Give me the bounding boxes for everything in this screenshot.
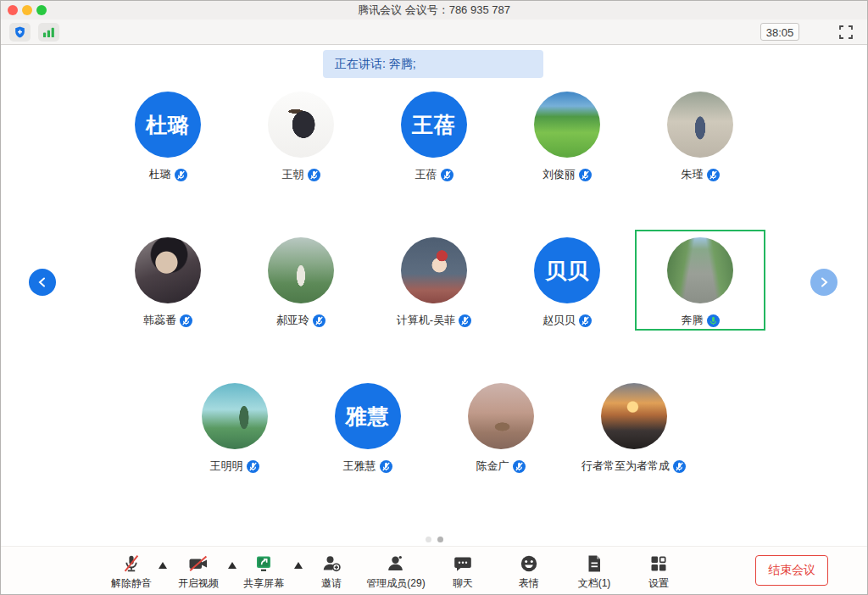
toolbar-members[interactable]: 管理成员(29) xyxy=(364,552,428,591)
mic-muted-icon xyxy=(513,460,526,473)
participant-name: 杜璐 xyxy=(149,167,171,182)
signal-bars-icon xyxy=(42,26,55,38)
participant-name-row: 王明明 xyxy=(210,458,259,475)
participant-row: 韩蕊番郝亚玲计算机-吴菲贝贝赵贝贝奔腾 xyxy=(1,237,867,329)
participant-tile[interactable]: 奔腾 xyxy=(634,237,767,329)
toolbar-chat[interactable]: 聊天 xyxy=(431,552,495,591)
mic-muted-icon xyxy=(308,169,320,181)
share-screen-icon xyxy=(253,552,275,574)
participant-tile[interactable]: 王朝 xyxy=(235,92,368,183)
speaking-banner: 正在讲话: 奔腾; xyxy=(323,50,543,78)
participant-avatar xyxy=(202,383,268,449)
participant-name-row: 刘俊丽 xyxy=(542,166,592,183)
participant-name-row: 韩蕊番 xyxy=(143,312,192,329)
members-icon xyxy=(386,552,406,574)
mic-muted-icon xyxy=(121,552,142,574)
participant-name: 王明明 xyxy=(210,459,243,474)
page-dot[interactable] xyxy=(426,537,431,542)
participant-name-row: 王朝 xyxy=(282,166,320,183)
bottom-toolbar: 解除静音开启视频共享屏幕邀请管理成员(29)聊天表情文档(1)设置 结束会议 xyxy=(1,546,867,594)
mic-muted-icon xyxy=(313,314,326,327)
participant-name-row: 杜璐 xyxy=(149,166,187,183)
mic-muted-icon xyxy=(707,169,720,181)
participant-avatar: 杜璐 xyxy=(135,92,201,158)
participant-avatar: 雅慧 xyxy=(335,383,401,449)
mic-muted-icon xyxy=(380,460,392,473)
participant-tile[interactable]: 王蓓王蓓 xyxy=(368,92,501,183)
participant-name-row: 朱瑾 xyxy=(682,166,720,183)
toolbar-settings[interactable]: 设置 xyxy=(626,552,691,591)
participant-tile[interactable]: 行者常至为者常成 xyxy=(567,383,700,475)
end-meeting-button[interactable]: 结束会议 xyxy=(755,555,828,586)
window-title: 腾讯会议 会议号：786 935 787 xyxy=(1,1,867,19)
participant-name: 郝亚玲 xyxy=(276,313,309,328)
participant-tile[interactable]: 杜璐杜璐 xyxy=(102,92,235,183)
mic-muted-icon xyxy=(673,460,686,473)
participant-name-row: 王蓓 xyxy=(415,166,453,183)
meeting-timer: 38:05 xyxy=(760,23,799,41)
mic-muted-icon xyxy=(579,169,592,181)
participant-avatar xyxy=(401,237,467,303)
participant-name: 奔腾 xyxy=(682,313,704,328)
invite-icon xyxy=(321,552,342,574)
participant-avatar xyxy=(268,92,334,158)
toolbar-label: 设置 xyxy=(648,576,669,591)
toolbar-label: 聊天 xyxy=(453,576,473,591)
participant-name-row: 赵贝贝 xyxy=(542,312,592,329)
document-icon xyxy=(585,552,604,574)
participant-avatar xyxy=(601,383,667,449)
toolbar-invite[interactable]: 邀请 xyxy=(299,552,364,591)
network-signal-button[interactable] xyxy=(38,23,59,42)
participant-name-row: 陈金广 xyxy=(476,458,526,475)
settings-icon xyxy=(648,552,669,574)
chevron-left-icon xyxy=(37,277,47,287)
mic-muted-icon xyxy=(180,314,192,327)
participant-tile[interactable]: 贝贝赵贝贝 xyxy=(501,237,634,329)
participant-name-row: 奔腾 xyxy=(682,312,720,329)
participant-name-row: 王雅慧 xyxy=(343,458,392,475)
chevron-right-icon xyxy=(819,277,829,287)
participant-tile[interactable]: 刘俊丽 xyxy=(501,92,634,183)
participant-name: 赵贝贝 xyxy=(542,313,576,328)
security-shield-button[interactable] xyxy=(9,23,31,42)
participant-tile[interactable]: 计算机-吴菲 xyxy=(368,237,501,329)
camera-off-icon xyxy=(187,552,209,574)
toolbar-emoji[interactable]: 表情 xyxy=(497,552,561,591)
mic-active-icon xyxy=(707,314,720,327)
next-page-button[interactable] xyxy=(810,269,837,296)
participant-tile[interactable]: 王明明 xyxy=(168,383,301,475)
emoji-icon xyxy=(519,552,539,574)
participant-name-row: 郝亚玲 xyxy=(276,312,326,329)
toolbar-label: 文档(1) xyxy=(578,576,611,591)
participant-tile[interactable]: 陈金广 xyxy=(434,383,567,475)
fullscreen-button[interactable] xyxy=(838,25,854,40)
toolbar-document[interactable]: 文档(1) xyxy=(562,552,626,591)
titlebar: 腾讯会议 会议号：786 935 787 xyxy=(1,1,867,20)
participant-name: 朱瑾 xyxy=(682,167,704,182)
toolbar-camera-off[interactable]: 开启视频 xyxy=(166,552,231,591)
mic-muted-icon xyxy=(247,460,259,473)
participant-name-row: 行者常至为者常成 xyxy=(581,458,686,475)
participant-avatar xyxy=(268,237,334,303)
page-dot[interactable] xyxy=(437,537,443,542)
previous-page-button[interactable] xyxy=(29,269,56,296)
toolbar-label: 表情 xyxy=(519,576,539,591)
toolbar-mic-muted[interactable]: 解除静音 xyxy=(99,552,164,591)
participant-row: 杜璐杜璐王朝王蓓王蓓刘俊丽朱瑾 xyxy=(1,92,867,183)
participant-name-row: 计算机-吴菲 xyxy=(397,312,471,329)
participant-name: 王朝 xyxy=(282,167,304,182)
pagination-dots[interactable] xyxy=(1,537,867,542)
participant-avatar: 贝贝 xyxy=(534,237,600,303)
fullscreen-icon xyxy=(838,28,854,42)
participant-tile[interactable]: 郝亚玲 xyxy=(235,237,368,329)
participant-name: 王蓓 xyxy=(415,167,437,182)
participant-tile[interactable]: 朱瑾 xyxy=(634,92,767,183)
toolbar-share-screen[interactable]: 共享屏幕 xyxy=(231,552,296,591)
mic-muted-icon xyxy=(441,169,453,181)
participant-tile[interactable]: 韩蕊番 xyxy=(102,237,235,329)
mic-muted-icon xyxy=(459,314,471,327)
participant-avatar xyxy=(534,92,600,158)
participant-avatar: 王蓓 xyxy=(401,92,467,158)
participant-name: 行者常至为者常成 xyxy=(581,459,670,474)
participant-tile[interactable]: 雅慧王雅慧 xyxy=(301,383,434,475)
